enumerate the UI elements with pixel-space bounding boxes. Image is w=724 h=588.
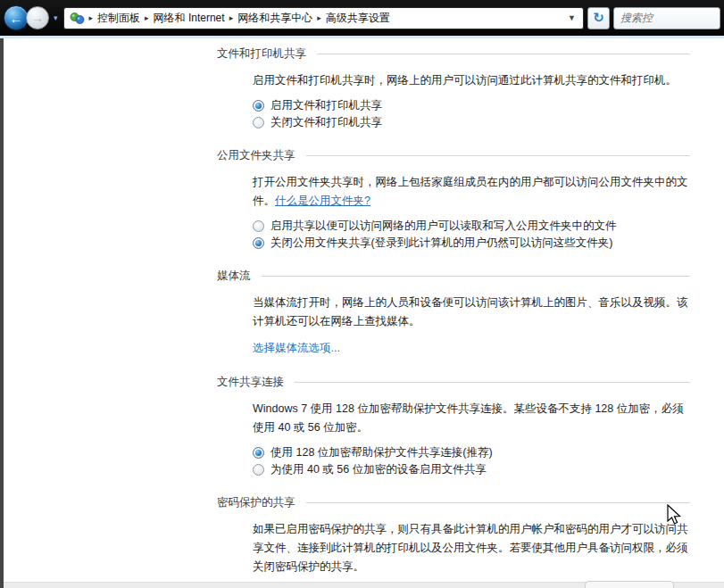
- search-input[interactable]: [620, 12, 713, 24]
- radio-icon[interactable]: [253, 464, 264, 476]
- breadcrumb-network-internet[interactable]: 网络和 Internet: [154, 11, 225, 26]
- radio-icon[interactable]: [253, 117, 264, 128]
- section-password-protected-sharing: 密码保护的共享 如果已启用密码保护的共享，则只有具备此计算机的用户帐户和密码的用…: [217, 495, 690, 588]
- section-description: 如果已启用密码保护的共享，则只有具备此计算机的用户帐户和密码的用户才可以访问共享…: [253, 520, 690, 576]
- radio-option-enable-file-printer-sharing[interactable]: 启用文件和打印机共享: [253, 97, 690, 114]
- address-bar[interactable]: ▸ 控制面板 ▸ 网络和 Internet ▸ 网络和共享中心 ▸ 高级共享设置…: [63, 7, 584, 29]
- what-is-public-folder-link[interactable]: 什么是公用文件夹?: [275, 195, 370, 207]
- section-title: 公用文件夹共享: [217, 148, 295, 163]
- navigation-toolbar: ← → ▾ ▸ 控制面板 ▸ 网络和 Internet ▸ 网络和共享中心 ▸ …: [0, 0, 724, 36]
- radio-icon[interactable]: [253, 237, 264, 249]
- radio-option-enable-public-folder-sharing[interactable]: 启用共享以便可以访问网络的用户可以读取和写入公用文件夹中的文件: [253, 218, 690, 235]
- radio-label: 启用文件和打印机共享: [270, 98, 382, 113]
- choose-media-streaming-options-link[interactable]: 选择媒体流选项...: [253, 341, 340, 356]
- section-file-printer-sharing: 文件和打印机共享 启用文件和打印机共享时，网络上的用户可以访问通过此计算机共享的…: [217, 46, 690, 131]
- section-public-folder-sharing: 公用文件夹共享 打开公用文件夹共享时，网络上包括家庭组成员在内的用户都可以访问公…: [217, 148, 690, 252]
- radio-icon[interactable]: [253, 100, 264, 112]
- section-divider: [262, 276, 691, 277]
- back-button[interactable]: ←: [4, 5, 29, 30]
- radio-label: 关闭文件和打印机共享: [270, 115, 382, 130]
- breadcrumb-separator-icon[interactable]: ▸: [317, 13, 321, 22]
- radio-label: 为使用 40 或 56 位加密的设备启用文件共享: [270, 462, 487, 477]
- breadcrumb-separator-icon[interactable]: ▸: [145, 13, 149, 22]
- radio-icon[interactable]: [253, 220, 264, 232]
- radio-option-40-56bit-encryption[interactable]: 为使用 40 或 56 位加密的设备启用文件共享: [253, 461, 690, 478]
- refresh-icon: ↻: [593, 10, 604, 26]
- section-description: 当媒体流打开时，网络上的人员和设备便可以访问该计算机上的图片、音乐以及视频。该计…: [253, 294, 690, 331]
- radio-option-disable-file-printer-sharing[interactable]: 关闭文件和打印机共享: [253, 114, 690, 131]
- advanced-sharing-settings-panel: 文件和打印机共享 启用文件和打印机共享时，网络上的用户可以访问通过此计算机共享的…: [0, 38, 724, 588]
- section-title: 文件和打印机共享: [217, 46, 306, 62]
- section-file-sharing-connections: 文件共享连接 Windows 7 使用 128 位加密帮助保护文件共享连接。某些…: [217, 375, 690, 478]
- forward-arrow-icon: →: [32, 12, 44, 25]
- section-title: 文件共享连接: [217, 375, 284, 390]
- radio-label: 使用 128 位加密帮助保护文件共享连接(推荐): [270, 445, 493, 460]
- network-icon: [70, 12, 85, 25]
- breadcrumb-separator-icon[interactable]: ▸: [229, 13, 234, 22]
- radio-option-128bit-encryption[interactable]: 使用 128 位加密帮助保护文件共享连接(推荐): [253, 444, 690, 461]
- radio-icon[interactable]: [253, 447, 264, 459]
- breadcrumb-network-sharing-center[interactable]: 网络和共享中心: [237, 11, 312, 26]
- toolbar-bottom-edge: [0, 36, 724, 38]
- refresh-button[interactable]: ↻: [587, 7, 610, 29]
- address-dropdown-icon[interactable]: ▼: [566, 13, 578, 22]
- window-left-edge: [0, 36, 4, 588]
- save-changes-button-peek[interactable]: [585, 581, 674, 588]
- section-divider: [317, 54, 690, 54]
- section-title: 密码保护的共享: [217, 495, 295, 510]
- radio-label: 关闭公用文件夹共享(登录到此计算机的用户仍然可以访问这些文件夹): [270, 236, 612, 251]
- section-media-streaming: 媒体流 当媒体流打开时，网络上的人员和设备便可以访问该计算机上的图片、音乐以及视…: [217, 269, 690, 358]
- breadcrumb-control-panel[interactable]: 控制面板: [97, 11, 140, 26]
- back-arrow-icon: ←: [10, 11, 23, 26]
- breadcrumb-separator-icon: ▸: [89, 13, 94, 22]
- section-description: Windows 7 使用 128 位加密帮助保护文件共享连接。某些设备不支持 1…: [253, 400, 690, 437]
- section-description: 打开公用文件夹共享时，网络上包括家庭组成员在内的用户都可以访问公用文件夹中的文件…: [253, 173, 690, 211]
- search-box[interactable]: [613, 7, 720, 29]
- section-divider: [306, 155, 691, 156]
- recent-pages-chevron-icon[interactable]: ▾: [54, 13, 58, 22]
- section-title: 媒体流: [217, 269, 251, 284]
- radio-label: 启用共享以便可以访问网络的用户可以读取和写入公用文件夹中的文件: [270, 219, 617, 234]
- breadcrumb-advanced-sharing-settings[interactable]: 高级共享设置: [326, 11, 390, 26]
- section-description: 启用文件和打印机共享时，网络上的用户可以访问通过此计算机共享的文件和打印机。: [253, 71, 690, 90]
- radio-option-disable-public-folder-sharing[interactable]: 关闭公用文件夹共享(登录到此计算机的用户仍然可以访问这些文件夹): [253, 235, 690, 252]
- section-divider: [295, 382, 690, 383]
- section-divider: [306, 502, 691, 503]
- forward-button[interactable]: →: [26, 6, 49, 29]
